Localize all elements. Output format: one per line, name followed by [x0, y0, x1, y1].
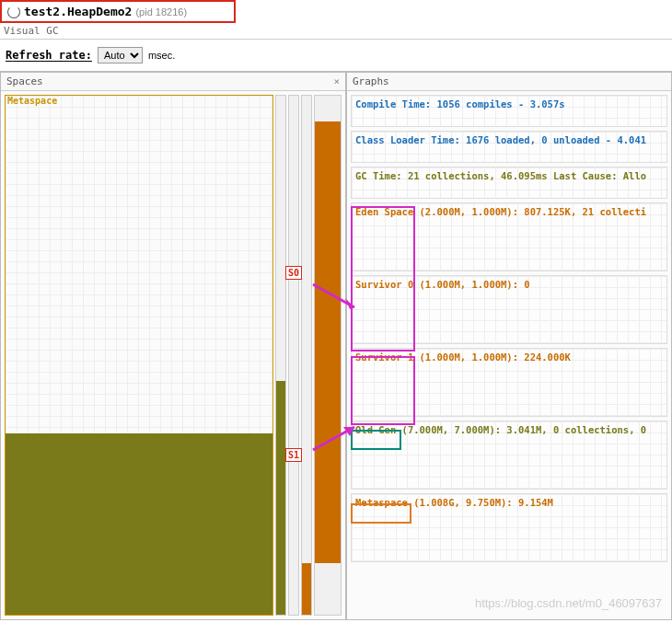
classloader-label: Class Loader Time: — [355, 134, 460, 145]
classloader-detail: 1676 loaded, 0 unloaded - 4.041 — [460, 134, 646, 145]
s1-column[interactable] — [301, 95, 312, 616]
eden-column[interactable] — [314, 95, 342, 616]
refresh-rate-unit: msec. — [148, 50, 175, 61]
refresh-rate-label: Refresh rate: — [6, 49, 92, 62]
graph-gc-time[interactable]: GC Time: 21 collections, 46.095ms Last C… — [351, 167, 667, 199]
compile-detail: 1056 compiles - 3.057s — [431, 98, 564, 110]
metaspace-col-label: Metaspace — [7, 96, 57, 106]
metaspace-fill — [6, 433, 272, 615]
process-pid: (pid 18216) — [135, 6, 187, 17]
section-visual-gc: Visual GC — [0, 23, 672, 40]
watermark: https://blog.csdn.net/m0_46097637 — [475, 596, 662, 610]
graph-eden[interactable]: Eden Space (2.000M, 1.000M): 807.125K, 2… — [351, 202, 667, 271]
s0-detail: (1.000M, 1.000M): 0 — [413, 279, 529, 290]
oldgen-detail: (7.000M, 7.000M): 3.041M, 0 collections,… — [396, 424, 646, 435]
window-title-bar: test2.HeapDemo2 (pid 18216) — [0, 0, 236, 23]
eden-label: Eden Space — [355, 206, 413, 217]
graphs-title: Graphs — [353, 75, 389, 87]
oldgen-column[interactable] — [275, 95, 286, 616]
graph-s1[interactable]: Survivor 1 (1.000M, 1.000M): 224.000K — [351, 348, 667, 417]
s0-column[interactable] — [288, 95, 299, 616]
spaces-title: Spaces — [6, 75, 43, 87]
graph-s0[interactable]: Survivor 0 (1.000M, 1.000M): 0 — [351, 275, 667, 344]
spaces-panel-header: Spaces × — [1, 73, 345, 91]
s0-graph-label: Survivor 0 — [355, 279, 413, 290]
refresh-icon — [7, 6, 20, 18]
eden-detail: (2.000M, 1.000M): 807.125K, 21 collecti — [413, 206, 646, 217]
metaspace-column[interactable]: Metaspace — [5, 95, 273, 616]
spaces-body: Metaspace S0 S1 — [1, 91, 345, 619]
s1-label: S1 — [285, 448, 302, 462]
close-icon[interactable]: × — [333, 75, 340, 87]
graphs-panel-header: Graphs — [347, 73, 671, 91]
graph-class-loader[interactable]: Class Loader Time: 1676 loaded, 0 unload… — [351, 131, 667, 163]
compile-label: Compile Time: — [355, 98, 431, 110]
graph-metaspace[interactable]: Metaspace (1.008G, 9.750M): 9.154M — [351, 493, 667, 562]
s0-label: S0 — [285, 266, 302, 280]
metaspace-detail: (1.008G, 9.750M): 9.154M — [408, 497, 553, 508]
refresh-rate-row: Refresh rate: Auto msec. — [0, 40, 672, 72]
s1-detail: (1.000M, 1.000M): 224.000K — [413, 352, 571, 363]
graph-oldgen[interactable]: Old Gen (7.000M, 7.000M): 3.041M, 0 coll… — [351, 421, 667, 490]
metaspace-graph-label: Metaspace — [355, 497, 408, 508]
s1-graph-label: Survivor 1 — [355, 352, 413, 363]
graphs-body: Compile Time: 1056 compiles - 3.057s Cla… — [347, 91, 671, 619]
eden-fill — [315, 121, 341, 562]
refresh-rate-select[interactable]: Auto — [98, 47, 143, 63]
oldgen-label: Old Gen — [355, 424, 396, 435]
gctime-detail: 21 collections, 46.095ms Last Cause: All… — [402, 170, 647, 181]
oldgen-fill — [276, 381, 285, 615]
graphs-panel: Graphs Compile Time: 1056 compiles - 3.0… — [346, 72, 672, 620]
graph-compile-time[interactable]: Compile Time: 1056 compiles - 3.057s — [351, 95, 667, 127]
process-name: test2.HeapDemo2 — [24, 5, 132, 18]
s1-fill — [302, 563, 311, 615]
gctime-label: GC Time: — [355, 170, 402, 181]
spaces-panel: Spaces × Metaspace S0 S1 — [0, 72, 346, 620]
